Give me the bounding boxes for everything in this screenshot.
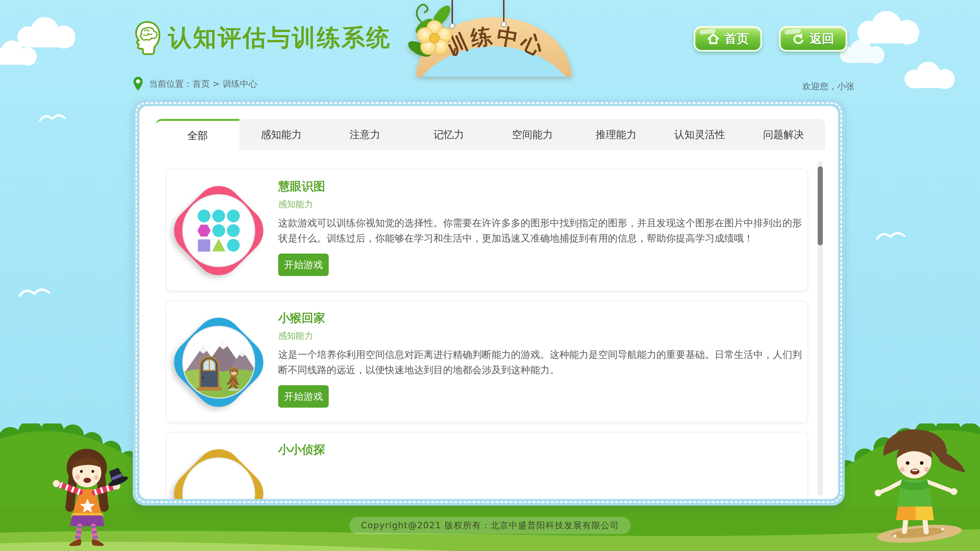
game-category: 感知能力: [278, 198, 313, 210]
game-icon: [172, 442, 265, 499]
home-button[interactable]: 首页: [694, 26, 762, 52]
tab-attention[interactable]: 注意力: [323, 119, 407, 150]
home-button-label: 首页: [724, 30, 749, 47]
cloud: [0, 38, 46, 66]
training-center-panel: 全部 感知能力 注意力 记忆力 空间能力 推理能力 认知灵活性 问题解决: [133, 100, 845, 506]
game-card: 小猴回家 感知能力 这是一个培养你利用空间信息对距离进行精确判断能力的游戏。这种…: [166, 300, 808, 423]
back-button-label: 返回: [810, 30, 834, 47]
bird-icon: [38, 112, 66, 124]
game-card: 慧眼识图 感知能力 这款游戏可以训练你视知觉的选择性。你需要在许许多多的图形中找…: [166, 169, 808, 291]
brain-head-icon: [131, 21, 162, 55]
boy-character: [868, 422, 970, 545]
tab-reasoning[interactable]: 推理能力: [574, 119, 658, 150]
scrollbar-track[interactable]: [818, 161, 823, 495]
game-description: 这款游戏可以训练你视知觉的选择性。你需要在许许多多的图形中找到指定的图形，并且发…: [278, 215, 803, 246]
cloud: [898, 60, 965, 89]
home-icon: [707, 32, 720, 45]
app-title: 认知评估与训练系统: [168, 22, 391, 54]
tab-all[interactable]: 全部: [156, 119, 239, 150]
training-center-sign: 训练中心: [408, 0, 582, 76]
game-title: 小小侦探: [278, 442, 325, 457]
return-arrow-icon: [792, 32, 805, 45]
game-category: 感知能力: [278, 330, 313, 342]
tab-spatial[interactable]: 空间能力: [490, 119, 574, 150]
start-game-button[interactable]: 开始游戏: [278, 254, 329, 276]
bird-icon: [18, 286, 51, 300]
game-icon: [172, 311, 265, 414]
scrollbar-thumb[interactable]: [818, 166, 823, 245]
flower-decoration: [408, 3, 453, 60]
tab-problem-solving[interactable]: 问题解决: [741, 119, 825, 150]
tab-flexibility[interactable]: 认知灵活性: [658, 119, 741, 150]
back-button[interactable]: 返回: [779, 26, 847, 52]
game-title: 慧眼识图: [278, 179, 325, 194]
copyright-text: Copyright@2021 版权所有：北京中盛普阳科技发展有限公司: [361, 519, 619, 531]
girl-character: [45, 445, 129, 546]
category-tabbar: 全部 感知能力 注意力 记忆力 空间能力 推理能力 认知灵活性 问题解决: [156, 119, 825, 150]
game-card-list: 慧眼识图 感知能力 这款游戏可以训练你视知觉的选择性。你需要在许许多多的图形中找…: [166, 169, 808, 499]
game-title: 小猴回家: [278, 310, 325, 326]
game-description: 这是一个培养你利用空间信息对距离进行精确判断能力的游戏。这种能力是空间导航能力的…: [278, 347, 803, 378]
location-pin-icon: [133, 76, 143, 91]
panel-content: 全部 感知能力 注意力 记忆力 空间能力 推理能力 认知灵活性 问题解决: [139, 106, 838, 499]
tab-perception[interactable]: 感知能力: [239, 119, 323, 150]
start-game-button[interactable]: 开始游戏: [278, 385, 329, 408]
app-logo: 认知评估与训练系统: [131, 21, 391, 55]
tab-memory[interactable]: 记忆力: [407, 119, 490, 150]
breadcrumb-text[interactable]: 当前位置：首页 > 训练中心: [149, 78, 257, 90]
game-icon: [172, 179, 265, 282]
welcome-text: 欢迎您，小张: [802, 81, 854, 92]
game-card: 小小侦探: [166, 432, 808, 499]
footer: Copyright@2021 版权所有：北京中盛普阳科技发展有限公司: [349, 517, 631, 534]
page: 认知评估与训练系统 训练中心: [0, 0, 980, 551]
bird-icon: [875, 230, 906, 242]
breadcrumb: 当前位置：首页 > 训练中心: [133, 76, 257, 91]
